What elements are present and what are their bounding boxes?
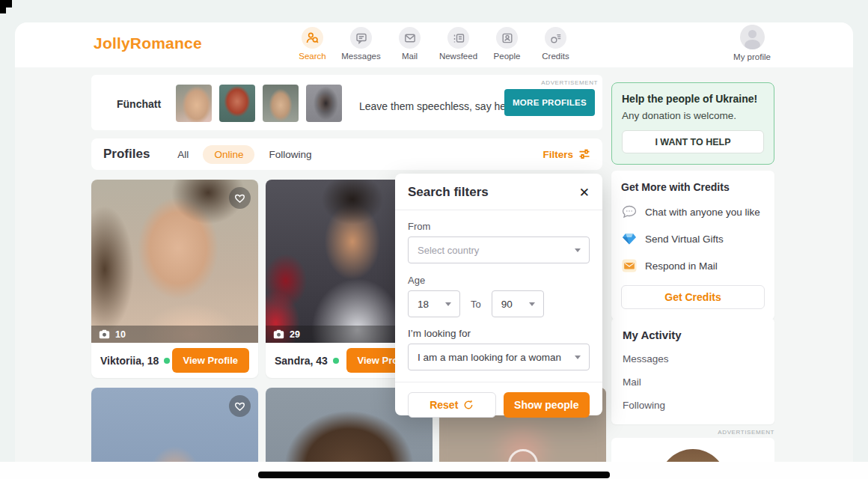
- activity-link-mail[interactable]: Mail: [623, 376, 763, 388]
- get-credits-button[interactable]: Get Credits: [621, 285, 765, 309]
- age-from-select[interactable]: 18: [408, 290, 460, 317]
- chevron-down-icon: [575, 356, 581, 359]
- ad-banner: ADVERTISEMENT Fünchatt Leave them speech…: [91, 75, 602, 130]
- credits-icon: [545, 27, 566, 49]
- nav-item-people[interactable]: People: [483, 27, 531, 61]
- heart-icon: [234, 401, 245, 412]
- credits-card-title: Get More with Credits: [621, 181, 765, 193]
- more-profiles-button[interactable]: MORE PROFILES: [504, 89, 595, 116]
- chevron-down-icon: [529, 302, 535, 306]
- nav-label: People: [494, 52, 521, 61]
- i-want-to-help-button[interactable]: I WANT TO HELP: [622, 130, 764, 153]
- like-button[interactable]: [229, 187, 251, 209]
- chat-bubble-icon: [621, 204, 638, 220]
- ad-thumbnails: [176, 85, 342, 122]
- show-people-button[interactable]: Show people: [504, 392, 590, 418]
- nav-label: Search: [299, 52, 326, 61]
- credits-feature-label: Respond in Mail: [645, 260, 718, 272]
- refresh-icon: [463, 400, 474, 410]
- nav-item-search[interactable]: Search: [288, 27, 337, 61]
- like-button[interactable]: [229, 395, 251, 417]
- activity-link-messages[interactable]: Messages: [623, 353, 763, 364]
- chevron-down-icon: [445, 302, 451, 306]
- nav-label: Newsfeed: [439, 52, 477, 61]
- my-profile-button[interactable]: My profile: [727, 25, 777, 61]
- advertisement-label: ADVERTISEMENT: [611, 429, 774, 436]
- app-window: JollyRomance Search: [0, 0, 868, 479]
- newsfeed-icon: [447, 27, 469, 49]
- profile-name: Viktoriia, 18: [100, 355, 170, 367]
- profile-photo[interactable]: 10: [91, 180, 258, 343]
- credits-feature-chat: Chat with anyone you like: [621, 204, 765, 220]
- filters-button[interactable]: Filters: [542, 148, 590, 160]
- credits-promo-card: Get More with Credits Chat with anyone y…: [611, 171, 774, 320]
- ad-profile-photo[interactable]: [176, 85, 212, 122]
- sliders-icon: [578, 148, 590, 160]
- close-icon[interactable]: ✕: [579, 186, 590, 199]
- main-nav: Search Messages Ma: [288, 27, 580, 61]
- ad-brand-logo[interactable]: Fünchatt: [117, 98, 161, 110]
- people-icon: [496, 27, 518, 49]
- profiles-header: Profiles All Online Following Filters: [91, 138, 602, 170]
- page-title: Profiles: [103, 147, 150, 162]
- activity-link-following[interactable]: Following: [623, 400, 763, 411]
- messages-icon: [350, 27, 372, 49]
- ukraine-card-title: Help the people of Ukraine!: [622, 93, 764, 105]
- search-user-icon: [302, 27, 323, 49]
- country-select[interactable]: Select country: [408, 237, 590, 263]
- reset-button[interactable]: Reset: [408, 392, 496, 418]
- online-status-dot: [333, 358, 339, 364]
- mail-envelope-icon: [621, 257, 638, 274]
- tab-all[interactable]: All: [169, 145, 197, 164]
- home-indicator-bar: [258, 472, 610, 478]
- nav-item-mail[interactable]: Mail: [385, 27, 434, 61]
- modal-title: Search filters: [408, 185, 489, 200]
- tab-following[interactable]: Following: [260, 145, 320, 164]
- screen-artifact: [0, 0, 12, 7]
- nav-item-newsfeed[interactable]: Newsfeed: [434, 27, 483, 61]
- heart-icon: [234, 193, 245, 204]
- camera-icon: [99, 329, 110, 339]
- camera-icon: [273, 329, 284, 339]
- modal-footer: Reset Show people: [395, 382, 602, 427]
- photo-count: 29: [290, 329, 300, 340]
- credits-feature-label: Send Virtual Gifts: [645, 234, 724, 245]
- chevron-down-icon: [575, 248, 581, 252]
- nav-item-messages[interactable]: Messages: [337, 27, 385, 61]
- ukraine-donation-card: Help the people of Ukraine! Any donation…: [611, 82, 774, 165]
- view-profile-button[interactable]: View Profile: [172, 348, 249, 373]
- my-activity-title: My Activity: [623, 329, 763, 341]
- credits-feature-mail: Respond in Mail: [621, 257, 765, 274]
- main-panel: JollyRomance Search: [15, 22, 853, 479]
- card-footer: Viktoriia, 18 View Profile: [91, 343, 258, 378]
- nav-label: Mail: [402, 52, 418, 61]
- country-placeholder: Select country: [418, 245, 479, 256]
- ad-profile-photo[interactable]: [263, 85, 299, 122]
- search-filters-modal: Search filters ✕ From Select country Age…: [395, 174, 602, 415]
- ukraine-card-subtitle: Any donation is welcome.: [622, 110, 764, 121]
- ad-profile-photo[interactable]: [219, 85, 255, 122]
- age-range-row: 18 To 90: [408, 290, 590, 317]
- app-logo[interactable]: JollyRomance: [94, 34, 202, 52]
- looking-for-select[interactable]: I am a man looking for a woman: [408, 344, 590, 370]
- modal-header: Search filters ✕: [395, 174, 602, 210]
- profile-name: Sandra, 43: [275, 355, 339, 367]
- ad-tagline: Leave them speechless, say hello: [359, 100, 516, 112]
- modal-body: From Select country Age 18 To 90: [395, 210, 602, 370]
- photo-count-bar: 10: [91, 326, 258, 343]
- filters-label: Filters: [542, 149, 573, 160]
- credits-feature-label: Chat with anyone you like: [645, 207, 760, 218]
- tab-online[interactable]: Online: [203, 145, 254, 164]
- gift-diamond-icon: [621, 231, 638, 247]
- nav-item-credits[interactable]: Credits: [531, 27, 580, 61]
- screen-artifact: [0, 7, 6, 13]
- advertisement-label: ADVERTISEMENT: [541, 79, 598, 86]
- credits-feature-gifts: Send Virtual Gifts: [621, 231, 765, 247]
- online-status-dot: [164, 358, 170, 364]
- nav-label: Messages: [341, 52, 380, 61]
- ad-profile-photo[interactable]: [306, 85, 342, 122]
- top-navigation-bar: JollyRomance Search: [15, 22, 853, 67]
- photo-count: 10: [115, 329, 126, 340]
- age-to-select[interactable]: 90: [492, 290, 544, 317]
- my-profile-label: My profile: [733, 52, 771, 61]
